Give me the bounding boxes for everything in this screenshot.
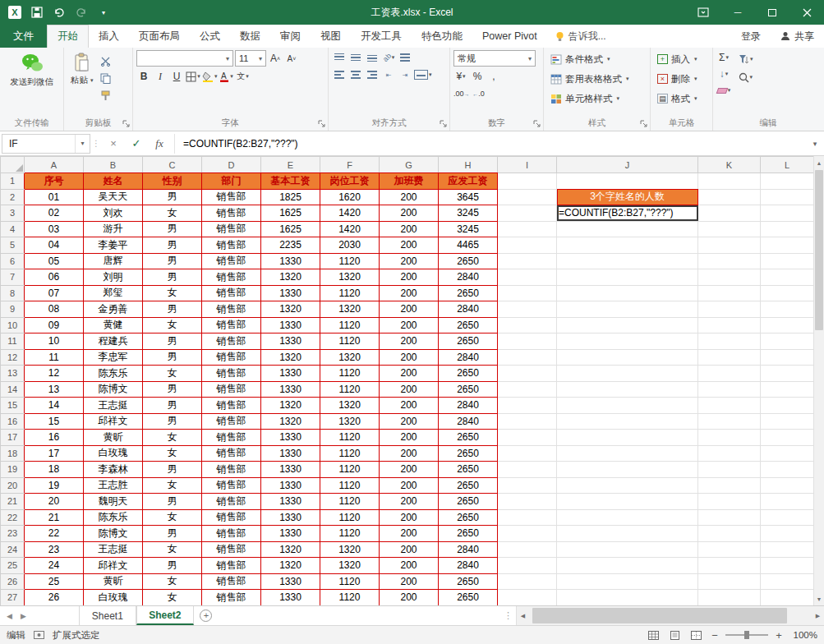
cell-L26[interactable] — [761, 573, 814, 590]
cell-B5[interactable]: 李姜平 — [84, 237, 143, 254]
cell-L20[interactable] — [761, 477, 814, 494]
tab-page-layout[interactable]: 页面布局 — [129, 25, 190, 48]
vertical-scrollbar[interactable]: ▲ ▼ — [813, 156, 824, 605]
cell-K12[interactable] — [698, 349, 761, 366]
cell-L3[interactable] — [761, 205, 814, 222]
cell-C22[interactable]: 女 — [143, 509, 202, 526]
cell-K27[interactable] — [698, 590, 761, 606]
cell-K23[interactable] — [698, 526, 761, 542]
cell-D18[interactable]: 销售部 — [202, 445, 261, 462]
cell-G8[interactable]: 200 — [380, 285, 439, 301]
row-header-25[interactable]: 25 — [1, 558, 25, 574]
cell-K11[interactable] — [698, 334, 761, 350]
cell-L17[interactable] — [761, 430, 814, 446]
paste-button[interactable]: 粘贴▾ — [67, 50, 97, 116]
cell-H1[interactable]: 应发工资 — [439, 173, 498, 190]
cell-G24[interactable]: 200 — [380, 541, 439, 558]
cell-C2[interactable]: 男 — [143, 189, 202, 205]
send-to-wechat-button[interactable]: 发送到微信 — [7, 50, 57, 116]
cell-B11[interactable]: 程建兵 — [84, 334, 143, 350]
zoom-out-button[interactable]: − — [709, 629, 720, 642]
tab-data[interactable]: 数据 — [230, 25, 270, 48]
cell-D12[interactable]: 销售部 — [202, 349, 261, 366]
cell-E5[interactable]: 2235 — [261, 237, 320, 254]
cell-G14[interactable]: 200 — [380, 381, 439, 398]
cell-A17[interactable]: 16 — [25, 430, 84, 446]
zoom-level[interactable]: 100% — [789, 630, 817, 640]
cell-B21[interactable]: 魏明天 — [84, 494, 143, 510]
cell-D2[interactable]: 销售部 — [202, 189, 261, 205]
cell-I22[interactable] — [498, 509, 557, 526]
minimize-button[interactable]: ─ — [720, 0, 755, 25]
align-left-button[interactable] — [332, 67, 347, 82]
cell-L10[interactable] — [761, 317, 814, 334]
row-header-12[interactable]: 12 — [1, 349, 25, 366]
cell-G20[interactable]: 200 — [380, 477, 439, 494]
cell-C18[interactable]: 女 — [143, 445, 202, 462]
cell-L11[interactable] — [761, 334, 814, 350]
cell-L12[interactable] — [761, 349, 814, 366]
cell-B18[interactable]: 白玫瑰 — [84, 445, 143, 462]
scroll-up-icon[interactable]: ▲ — [814, 156, 824, 169]
insert-cells-button[interactable]: + 插入▾ — [654, 49, 709, 69]
cell-B25[interactable]: 邱祥文 — [84, 558, 143, 574]
shrink-font-button[interactable]: A˅ — [284, 51, 299, 66]
name-box-dropdown-icon[interactable]: ▾ — [75, 135, 90, 153]
cell-G18[interactable]: 200 — [380, 445, 439, 462]
cell-H27[interactable]: 2650 — [439, 590, 498, 606]
cell-A24[interactable]: 23 — [25, 541, 84, 558]
font-color-button[interactable]: A▾ — [219, 69, 234, 84]
maximize-button[interactable] — [755, 0, 789, 25]
cell-C7[interactable]: 男 — [143, 269, 202, 286]
align-right-button[interactable] — [365, 67, 380, 82]
accounting-format-button[interactable]: ¥▾ — [453, 69, 468, 84]
cell-B4[interactable]: 游升 — [84, 221, 143, 237]
cell-F22[interactable]: 1120 — [320, 509, 380, 526]
cell-J16[interactable] — [557, 413, 698, 430]
row-header-4[interactable]: 4 — [1, 221, 25, 237]
italic-button[interactable]: I — [153, 69, 168, 84]
cell-C16[interactable]: 男 — [143, 413, 202, 430]
macro-record-icon[interactable] — [34, 631, 44, 639]
vertical-scroll-thumb[interactable] — [815, 170, 823, 330]
cell-B19[interactable]: 李森林 — [84, 462, 143, 478]
cell-C10[interactable]: 女 — [143, 317, 202, 334]
cell-E6[interactable]: 1330 — [261, 253, 320, 269]
row-header-10[interactable]: 10 — [1, 317, 25, 334]
cell-H15[interactable]: 2840 — [439, 398, 498, 414]
cell-E25[interactable]: 1320 — [261, 558, 320, 574]
cell-A23[interactable]: 22 — [25, 526, 84, 542]
decrease-indent-button[interactable]: ⇤ — [381, 67, 396, 82]
row-header-23[interactable]: 23 — [1, 526, 25, 542]
cell-K14[interactable] — [698, 381, 761, 398]
cell-G22[interactable]: 200 — [380, 509, 439, 526]
cell-D1[interactable]: 部门 — [202, 173, 261, 190]
cell-K2[interactable] — [698, 189, 761, 205]
cell-F7[interactable]: 1320 — [320, 269, 380, 286]
cell-A14[interactable]: 13 — [25, 381, 84, 398]
cell-K15[interactable] — [698, 398, 761, 414]
cell-K18[interactable] — [698, 445, 761, 462]
cut-button[interactable] — [99, 53, 113, 68]
cell-I9[interactable] — [498, 301, 557, 318]
cell-E23[interactable]: 1330 — [261, 526, 320, 542]
cell-D26[interactable]: 销售部 — [202, 573, 261, 590]
cell-J24[interactable] — [557, 541, 698, 558]
cell-E14[interactable]: 1330 — [261, 381, 320, 398]
cell-F23[interactable]: 1120 — [320, 526, 380, 542]
cell-C20[interactable]: 女 — [143, 477, 202, 494]
cell-B13[interactable]: 陈东乐 — [84, 366, 143, 382]
cell-G7[interactable]: 200 — [380, 269, 439, 286]
col-header-H[interactable]: H — [439, 157, 498, 173]
cell-E19[interactable]: 1330 — [261, 462, 320, 478]
percent-style-button[interactable]: % — [470, 69, 485, 84]
cell-J27[interactable] — [557, 590, 698, 606]
conditional-formatting-button[interactable]: 条件格式▾ — [547, 49, 647, 69]
cell-L15[interactable] — [761, 398, 814, 414]
cell-B14[interactable]: 陈博文 — [84, 381, 143, 398]
cell-B23[interactable]: 陈博文 — [84, 526, 143, 542]
cell-F27[interactable]: 1120 — [320, 590, 380, 606]
cell-A11[interactable]: 10 — [25, 334, 84, 350]
cell-F16[interactable]: 1320 — [320, 413, 380, 430]
row-header-13[interactable]: 13 — [1, 366, 25, 382]
